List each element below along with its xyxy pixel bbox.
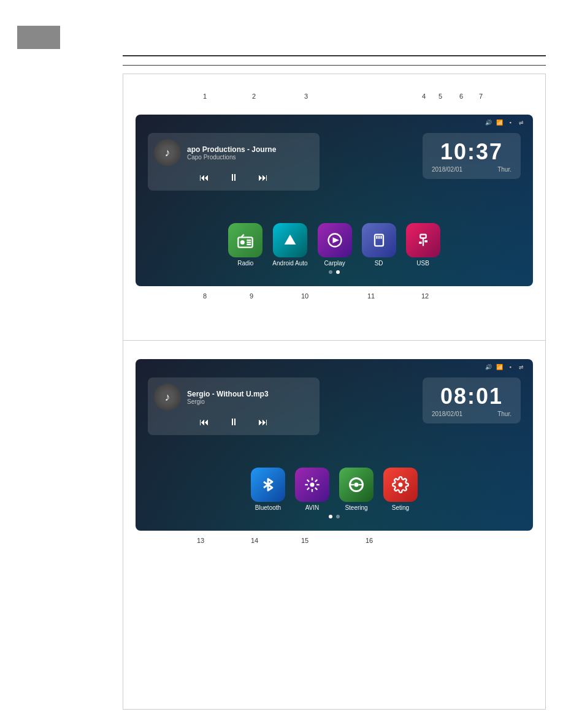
dot-1-1: [329, 270, 332, 274]
app-usb[interactable]: USB: [406, 223, 440, 267]
svg-line-21: [307, 480, 309, 482]
clock-date-2: 2018/02/01 Thur.: [432, 411, 511, 417]
screen1-wrapper: 1 2 3 4 5 6 7 🔊 📶 ▪ ⇌ ♪: [123, 74, 545, 341]
date-value-2: 2018/02/01: [432, 411, 462, 417]
icons-row-2: Bluetooth: [251, 468, 418, 511]
app-setting[interactable]: Seting: [383, 468, 418, 511]
app-android[interactable]: Android Auto: [272, 223, 307, 267]
pause-button-2[interactable]: ⏸: [225, 415, 242, 429]
dot-2-2: [336, 515, 340, 518]
battery-icon: ▪: [506, 119, 515, 126]
label-11: 11: [367, 292, 375, 300]
svg-marker-7: [332, 237, 339, 243]
controls-2: ⏮ ⏸ ⏭: [154, 415, 313, 429]
signal-icon-2: 📶: [495, 364, 504, 370]
app-grid-1: Radio Android Auto: [136, 223, 533, 274]
svg-line-24: [307, 488, 309, 490]
controls-1: ⏮ ⏸ ⏭: [154, 171, 313, 184]
track-artist-1: Capo Productions: [187, 154, 313, 161]
usb-icon-2: ⇌: [517, 364, 526, 370]
svg-point-26: [354, 483, 359, 487]
music-note-icon: ♪: [165, 146, 170, 159]
svg-rect-10: [378, 236, 379, 239]
sd-label: SD: [375, 260, 383, 267]
screen2-wrapper: 🔊 📶 ▪ ⇌ ♪ Sergio - Without U.mp3 Sergio: [123, 341, 545, 585]
volume-icon: 🔊: [484, 119, 492, 126]
avin-label: AVIN: [305, 504, 320, 511]
setting-icon-bg: [383, 468, 418, 502]
label-13: 13: [197, 537, 204, 544]
pause-button-1[interactable]: ⏸: [225, 171, 242, 184]
android-label: Android Auto: [272, 260, 307, 267]
music-widget-1: ♪ apo Productions - Journe Capo Producti…: [148, 133, 320, 191]
status-bar-1: 🔊 📶 ▪ ⇌: [484, 119, 526, 126]
svg-point-29: [399, 483, 403, 487]
steering-label: Steering: [345, 504, 367, 511]
page-dots-2: [329, 515, 340, 518]
app-steering[interactable]: Steering: [339, 468, 373, 511]
svg-rect-11: [380, 236, 381, 239]
battery-icon-2: ▪: [506, 364, 515, 370]
dot-2-1: [329, 515, 332, 518]
line-bottom: [123, 65, 546, 66]
label-15: 15: [301, 537, 308, 544]
label-3: 3: [304, 93, 308, 100]
volume-icon-2: 🔊: [484, 364, 492, 370]
app-bluetooth[interactable]: Bluetooth: [251, 468, 285, 511]
avin-icon-bg: [295, 468, 329, 502]
svg-rect-14: [419, 241, 422, 244]
album-art-2: ♪: [154, 384, 181, 411]
bottom-labels-2: 13 14 15 16: [136, 532, 533, 560]
music-info-2: ♪ Sergio - Without U.mp3 Sergio: [154, 384, 313, 411]
steering-icon-bg: [339, 468, 373, 502]
app-avin[interactable]: AVIN: [295, 468, 329, 511]
top-labels: 1 2 3 4 5 6 7: [136, 93, 533, 115]
label-1: 1: [203, 93, 207, 100]
bottom-labels-1: 8 9 10 11 12: [136, 287, 533, 316]
prev-button-2[interactable]: ⏮: [196, 415, 213, 429]
track-title-2: Sergio - Without U.mp3: [187, 390, 313, 398]
app-radio[interactable]: Radio: [228, 223, 262, 267]
icons-row-1: Radio Android Auto: [228, 223, 440, 267]
main-container: 1 2 3 4 5 6 7 🔊 📶 ▪ ⇌ ♪: [123, 74, 546, 710]
label-6: 6: [459, 93, 463, 100]
day-value-1: Thur.: [497, 166, 511, 173]
clock-date-1: 2018/02/01 Thur.: [432, 166, 511, 173]
clock-widget-2: 08:01 2018/02/01 Thur.: [423, 377, 521, 423]
svg-rect-9: [376, 236, 377, 239]
app-carplay[interactable]: Carplay: [318, 223, 352, 267]
status-bar-2: 🔊 📶 ▪ ⇌: [484, 364, 526, 370]
svg-point-1: [240, 240, 245, 245]
app-sd[interactable]: SD: [362, 223, 396, 267]
music-widget-2: ♪ Sergio - Without U.mp3 Sergio ⏮ ⏸ ⏭: [148, 377, 320, 435]
track-info-1: apo Productions - Journe Capo Production…: [187, 145, 313, 161]
bluetooth-label: Bluetooth: [255, 504, 281, 511]
label-5: 5: [439, 93, 442, 100]
prev-button-1[interactable]: ⏮: [196, 171, 213, 184]
line-top: [123, 55, 546, 56]
clock-time-2: 08:01: [432, 384, 511, 409]
page-dots-1: [329, 270, 340, 274]
car-screen-2: 🔊 📶 ▪ ⇌ ♪ Sergio - Without U.mp3 Sergio: [136, 359, 533, 531]
svg-line-23: [315, 480, 317, 482]
dot-1-2: [336, 270, 340, 274]
next-button-1[interactable]: ⏭: [255, 171, 272, 184]
android-icon-bg: [273, 223, 307, 257]
carplay-label: Carplay: [324, 260, 345, 267]
radio-label: Radio: [237, 260, 253, 267]
svg-rect-15: [424, 240, 427, 243]
next-button-2[interactable]: ⏭: [255, 415, 272, 429]
music-note-icon-2: ♪: [165, 391, 170, 404]
label-8: 8: [203, 292, 207, 300]
svg-line-22: [315, 488, 317, 490]
gray-box: [17, 26, 60, 49]
label-12: 12: [421, 292, 429, 300]
album-art-1: ♪: [154, 139, 181, 166]
track-title-1: apo Productions - Journe: [187, 145, 313, 154]
app-grid-2: Bluetooth: [136, 468, 533, 518]
radio-icon-bg: [228, 223, 262, 257]
track-info-2: Sergio - Without U.mp3 Sergio: [187, 390, 313, 405]
track-artist-2: Sergio: [187, 398, 313, 405]
label-7: 7: [479, 93, 483, 100]
day-value-2: Thur.: [497, 411, 511, 417]
